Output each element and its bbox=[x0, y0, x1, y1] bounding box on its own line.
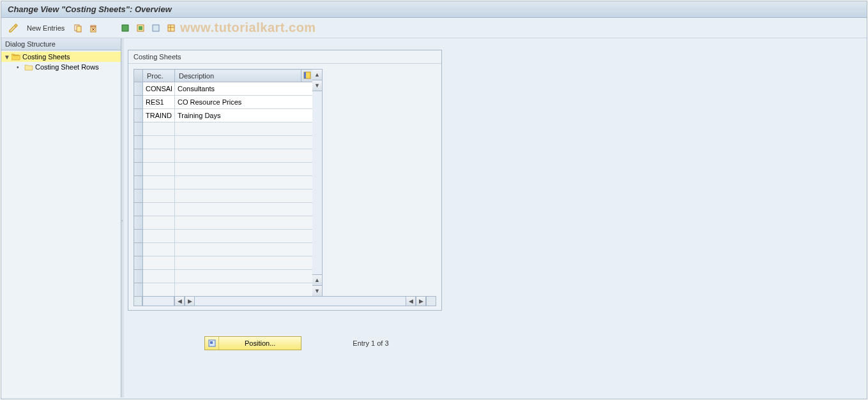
scroll-left-button[interactable]: ◀ bbox=[174, 296, 185, 306]
svg-rect-14 bbox=[304, 72, 306, 78]
empty-cell[interactable] bbox=[143, 189, 175, 203]
row-selector[interactable] bbox=[134, 176, 143, 189]
tree: ▼ Costing Sheets • Costing Sheet Rows bbox=[1, 50, 121, 73]
empty-cell[interactable] bbox=[143, 216, 175, 230]
description-input[interactable] bbox=[175, 82, 312, 95]
empty-cell[interactable] bbox=[143, 163, 175, 176]
scroll-down-button[interactable]: ▼ bbox=[312, 285, 322, 296]
table-row-empty bbox=[134, 176, 313, 189]
select-all-icon[interactable] bbox=[119, 22, 131, 34]
empty-cell[interactable] bbox=[175, 163, 313, 176]
table-row-empty bbox=[134, 270, 313, 283]
folder-open-icon bbox=[11, 53, 20, 61]
table-row-empty bbox=[134, 149, 313, 163]
sidebar-header: Dialog Structure bbox=[1, 38, 121, 50]
empty-cell[interactable] bbox=[175, 270, 313, 283]
empty-cell[interactable] bbox=[175, 283, 313, 297]
scroll-track[interactable] bbox=[312, 91, 322, 274]
empty-cell[interactable] bbox=[175, 149, 313, 163]
tree-item-label: Costing Sheets bbox=[22, 53, 70, 61]
empty-cell[interactable] bbox=[143, 149, 175, 163]
empty-cell[interactable] bbox=[175, 136, 313, 149]
content-area: Dialog Structure ▼ Costing Sheets • Cost… bbox=[1, 38, 867, 397]
scroll-up-button-2[interactable]: ▼ bbox=[312, 80, 322, 91]
empty-cell[interactable] bbox=[175, 243, 313, 256]
empty-cell[interactable] bbox=[143, 283, 175, 297]
tree-item-costing-sheet-rows[interactable]: • Costing Sheet Rows bbox=[1, 62, 121, 72]
scroll-left-inner-button[interactable]: ◀ bbox=[406, 296, 416, 306]
empty-cell[interactable] bbox=[175, 230, 313, 243]
scroll-up-button[interactable]: ▲ bbox=[312, 70, 322, 80]
scroll-down-button-2[interactable]: ▲ bbox=[312, 274, 322, 285]
description-input[interactable] bbox=[175, 96, 312, 108]
tree-item-costing-sheets[interactable]: ▼ Costing Sheets bbox=[1, 52, 121, 62]
main-panel: Costing Sheets Proc. Description bbox=[124, 38, 867, 397]
row-selector[interactable] bbox=[134, 163, 143, 176]
empty-cell[interactable] bbox=[175, 203, 313, 216]
row-selector[interactable] bbox=[134, 136, 143, 149]
proc-input[interactable] bbox=[143, 82, 174, 95]
table-row-empty bbox=[134, 216, 313, 230]
empty-cell[interactable] bbox=[143, 230, 175, 243]
row-selector[interactable] bbox=[134, 283, 143, 297]
select-all-corner[interactable] bbox=[134, 70, 143, 82]
column-config-button[interactable] bbox=[301, 70, 313, 82]
costing-sheets-table: Proc. Description bbox=[133, 69, 313, 297]
row-selector[interactable] bbox=[134, 82, 143, 96]
table-row-empty bbox=[134, 256, 313, 270]
table-row bbox=[134, 82, 313, 96]
empty-cell[interactable] bbox=[143, 243, 175, 256]
scroll-right-button[interactable]: ▶ bbox=[416, 296, 426, 306]
position-button-label: Position... bbox=[219, 339, 301, 347]
table-row bbox=[134, 109, 313, 122]
expand-icon[interactable]: ▼ bbox=[4, 54, 10, 61]
page-title: Change View "Costing Sheets": Overview bbox=[8, 4, 172, 14]
row-selector[interactable] bbox=[134, 149, 143, 163]
empty-cell[interactable] bbox=[175, 189, 313, 203]
table-settings-icon[interactable] bbox=[165, 22, 177, 34]
bullet-icon: • bbox=[17, 64, 23, 71]
empty-cell[interactable] bbox=[143, 122, 175, 136]
row-selector[interactable] bbox=[134, 243, 143, 256]
table-row-empty bbox=[134, 122, 313, 136]
horizontal-scrollbar[interactable]: ◀ ▶ ◀ ▶ bbox=[133, 296, 436, 306]
row-selector[interactable] bbox=[134, 122, 143, 136]
svg-rect-9 bbox=[153, 25, 159, 31]
proc-input[interactable] bbox=[143, 96, 174, 108]
empty-cell[interactable] bbox=[175, 122, 313, 136]
empty-cell[interactable] bbox=[175, 256, 313, 270]
empty-cell[interactable] bbox=[143, 270, 175, 283]
row-selector[interactable] bbox=[134, 109, 143, 122]
row-selector[interactable] bbox=[134, 270, 143, 283]
select-block-icon[interactable] bbox=[135, 22, 146, 34]
empty-cell[interactable] bbox=[175, 176, 313, 189]
empty-cell[interactable] bbox=[143, 136, 175, 149]
copy-icon[interactable] bbox=[72, 22, 84, 34]
dialog-structure-sidebar: Dialog Structure ▼ Costing Sheets • Cost… bbox=[1, 38, 121, 397]
row-selector[interactable] bbox=[134, 216, 143, 230]
description-input[interactable] bbox=[175, 109, 312, 122]
deselect-all-icon[interactable] bbox=[150, 22, 162, 34]
column-header-proc[interactable]: Proc. bbox=[143, 70, 175, 82]
column-header-description[interactable]: Description bbox=[175, 70, 301, 82]
app-window: Change View "Costing Sheets": Overview N… bbox=[1, 1, 867, 399]
row-selector[interactable] bbox=[134, 230, 143, 243]
vertical-scrollbar[interactable]: ▲ ▼ ▲ ▼ bbox=[312, 69, 323, 297]
new-entries-button[interactable]: New Entries bbox=[23, 23, 68, 33]
scroll-right-inner-button[interactable]: ▶ bbox=[185, 296, 195, 306]
folder-closed-icon bbox=[24, 63, 33, 71]
empty-cell[interactable] bbox=[143, 176, 175, 189]
row-selector[interactable] bbox=[134, 256, 143, 270]
row-selector[interactable] bbox=[134, 203, 143, 216]
proc-input[interactable] bbox=[143, 109, 174, 122]
position-icon bbox=[205, 337, 219, 350]
row-selector[interactable] bbox=[134, 189, 143, 203]
empty-cell[interactable] bbox=[143, 256, 175, 270]
empty-cell[interactable] bbox=[143, 203, 175, 216]
entry-count-text: Entry 1 of 3 bbox=[353, 339, 388, 347]
empty-cell[interactable] bbox=[175, 216, 313, 230]
row-selector[interactable] bbox=[134, 96, 143, 109]
delete-icon[interactable] bbox=[88, 22, 99, 34]
toggle-edit-icon[interactable] bbox=[8, 22, 19, 34]
position-button[interactable]: Position... bbox=[204, 336, 301, 350]
